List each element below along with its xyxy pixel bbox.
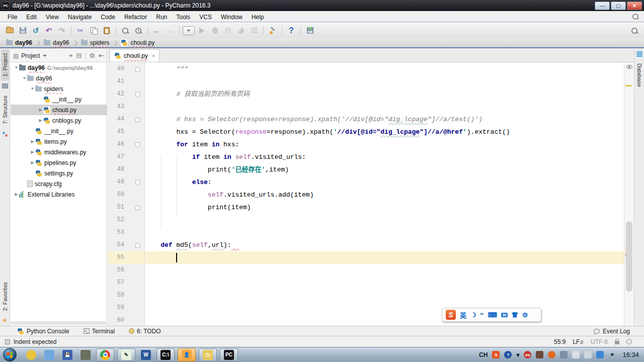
paste-icon[interactable] [101,25,113,37]
code-line-43[interactable]: 43 [108,101,624,113]
concurrency-icon[interactable] [248,25,260,37]
menu-window[interactable]: Window [216,13,247,22]
menu-vcs[interactable]: VCS [195,13,216,22]
fold-marker-icon[interactable] [130,63,145,75]
code-text[interactable] [145,302,624,314]
menu-view[interactable]: View [41,13,63,22]
tree-item-items-py[interactable]: ▶items.py [11,136,107,147]
menu-run[interactable]: Run [151,13,172,22]
open-file-icon[interactable] [4,25,16,37]
menu-help[interactable]: Help [247,13,269,22]
tree-expanded-arrow-icon[interactable]: ▼ [30,86,35,91]
code-editor[interactable]: 40 """4142 # 获取当前页的所有页码4344 # hxs = Sele… [108,63,624,326]
search-everywhere-icon[interactable] [628,25,640,37]
debug-icon[interactable] [209,25,221,37]
cut-icon[interactable]: ✂ [74,25,87,37]
messenger-tray-icon[interactable] [596,351,604,358]
expand-tray-icon[interactable]: ▾ [516,351,519,358]
copy-icon[interactable] [88,25,100,37]
code-line-44[interactable]: 44 # hxs = Selector(response=response).x… [108,113,624,126]
code-line-59[interactable]: 59 [108,302,624,314]
toolwindow-6-todo[interactable]: 6: TODO [129,328,161,335]
synchronize-icon[interactable]: ↺ [30,25,42,37]
tree-item-scrapy-cfg[interactable]: scrapy.cfg [11,178,107,189]
breadcrumb-day96[interactable]: day96 [42,39,71,46]
pycharm-app-icon[interactable]: PC [220,348,238,361]
redo-icon[interactable]: ↷ [56,25,68,37]
fold-marker-icon[interactable] [130,176,145,189]
code-line-41[interactable]: 41 [108,75,624,88]
ev-player-icon[interactable]: ev [524,351,531,358]
line-ending-selector[interactable]: LF⇵ [573,338,584,345]
tree-item-__init__-py[interactable]: __init__.py [11,126,107,136]
code-text[interactable]: # hxs = Selector(response=response).xpat… [145,113,624,126]
start-button[interactable] [1,347,18,362]
code-line-54[interactable]: 54 def md5(self,url): [108,239,624,251]
fold-marker-icon[interactable] [130,88,145,101]
coverage-icon[interactable] [222,25,234,37]
code-line-40[interactable]: 40 """ [108,63,624,75]
minimize-button[interactable]: — [595,2,610,10]
profile-icon[interactable] [235,25,247,37]
id-photo-icon[interactable]: 30 [501,313,508,317]
cmd-app-icon[interactable]: C:\ [156,348,175,361]
warning-stripe-mark[interactable] [625,85,631,86]
code-text[interactable] [145,226,624,239]
code-text[interactable]: print(item) [145,201,624,214]
tree-item-chouti-py[interactable]: ▶chouti.py [11,105,107,115]
code-text[interactable]: hxs = Selector(response=response).xpath(… [145,126,624,138]
project-structure-icon[interactable] [304,25,316,37]
code-line-50[interactable]: 50 self.visited_urls.add(item) [108,189,624,201]
photo-tray-icon[interactable] [560,351,568,358]
run-icon[interactable] [196,25,208,37]
undo-icon[interactable]: ↶ [43,25,55,37]
tree-expanded-arrow-icon[interactable]: ▼ [22,76,27,80]
menu-code[interactable]: Code [96,13,120,22]
layers-tray-icon[interactable] [572,351,580,358]
backup-app-icon[interactable]: 💾 [60,348,75,361]
menu-file[interactable]: File [3,13,22,22]
menu-navigate[interactable]: Navigate [63,13,96,22]
code-line-51[interactable]: 51 print(item) [108,201,624,214]
forward-icon[interactable]: → [164,25,176,37]
code-text[interactable] [145,314,624,326]
breadcrumb-spiders[interactable]: spiders [79,39,112,46]
code-text[interactable] [145,251,624,264]
menu-refactor[interactable]: Refactor [120,13,151,22]
tree-item-External-Libraries[interactable]: ▶External Libraries [11,189,107,200]
hide-panel-icon[interactable]: ⇤ [99,52,104,59]
pin-tool-icon[interactable] [78,348,93,361]
fold-marker-icon[interactable] [130,239,145,251]
code-line-56[interactable]: 56 [108,264,624,277]
fold-marker-icon[interactable] [130,201,145,214]
word-app-icon[interactable]: W [138,348,153,361]
tree-item-day96[interactable]: ▼day96G:\wupeiqi\day96 [11,62,107,73]
editor-scrollbar-thumb[interactable] [626,221,632,292]
toolwindow-terminal[interactable]: >_Terminal [84,328,115,335]
taskbar-clock[interactable]: 16:34 [622,351,639,358]
tree-item-cnblogs-py[interactable]: ▶cnblogs.py [11,115,107,126]
dropdown-caret-icon[interactable] [43,55,47,59]
code-text[interactable]: # 获取当前页的所有页码 [145,88,624,101]
tool-strip-database[interactable]: Database [635,59,643,91]
fold-marker-icon[interactable] [130,138,145,151]
tree-collapsed-arrow-icon[interactable]: ▶ [38,108,43,112]
code-text[interactable]: else: [145,176,624,189]
code-line-57[interactable]: 57 [108,277,624,289]
keyboard-icon[interactable]: ⌨ [488,311,497,319]
skin-shirt-icon[interactable] [512,312,518,318]
back-icon[interactable]: ← [151,25,163,37]
code-text[interactable] [145,75,624,88]
encoding-selector[interactable]: UTF-8 [591,338,608,345]
close-button[interactable]: ✕ [627,2,642,10]
punctuation-icon[interactable]: ❜❜ [480,312,484,318]
code-text[interactable] [145,277,624,289]
save-all-icon[interactable] [17,25,29,37]
tree-collapsed-arrow-icon[interactable]: ▶ [38,118,43,123]
pin-tray-icon[interactable] [536,351,543,358]
code-text[interactable] [145,289,624,302]
project-hscrollbar[interactable] [11,321,106,325]
maximize-button[interactable]: ▢ [611,2,626,10]
code-text[interactable] [145,101,624,113]
find-icon[interactable] [119,25,131,37]
